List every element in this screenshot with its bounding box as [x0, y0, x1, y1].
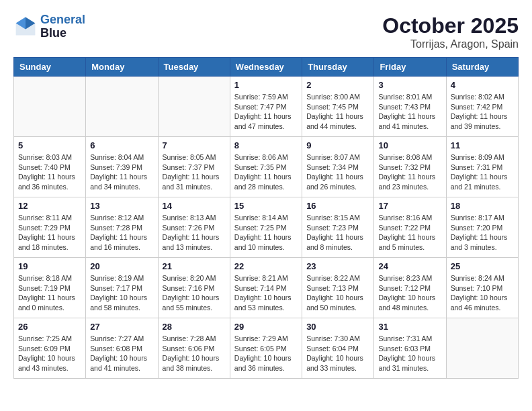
day-number: 5 — [18, 140, 81, 150]
day-info: Sunrise: 8:18 AM Sunset: 7:19 PM Dayligh… — [18, 273, 81, 313]
day-info: Sunrise: 8:19 AM Sunset: 7:17 PM Dayligh… — [90, 273, 153, 313]
calendar-cell: 1Sunrise: 7:59 AM Sunset: 7:47 PM Daylig… — [230, 77, 302, 137]
calendar-cell: 20Sunrise: 8:19 AM Sunset: 7:17 PM Dayli… — [86, 258, 158, 318]
logo: General Blue — [13, 13, 85, 40]
day-number: 18 — [451, 201, 514, 211]
day-info: Sunrise: 8:13 AM Sunset: 7:26 PM Dayligh… — [163, 213, 226, 253]
day-number: 7 — [163, 140, 226, 150]
calendar-cell: 2Sunrise: 8:00 AM Sunset: 7:45 PM Daylig… — [302, 77, 374, 137]
weekday-header-saturday: Saturday — [446, 58, 518, 77]
day-number: 28 — [163, 322, 226, 332]
calendar-cell: 17Sunrise: 8:16 AM Sunset: 7:22 PM Dayli… — [374, 197, 446, 258]
calendar-cell: 19Sunrise: 8:18 AM Sunset: 7:19 PM Dayli… — [14, 258, 86, 318]
calendar-cell: 23Sunrise: 8:22 AM Sunset: 7:13 PM Dayli… — [302, 258, 374, 318]
calendar-cell: 24Sunrise: 8:23 AM Sunset: 7:12 PM Dayli… — [374, 258, 446, 318]
calendar-cell — [86, 77, 158, 137]
day-info: Sunrise: 7:59 AM Sunset: 7:47 PM Dayligh… — [234, 92, 298, 132]
calendar-cell: 12Sunrise: 8:11 AM Sunset: 7:29 PM Dayli… — [14, 197, 86, 258]
calendar-cell: 4Sunrise: 8:02 AM Sunset: 7:42 PM Daylig… — [446, 77, 518, 137]
day-number: 14 — [163, 201, 226, 211]
calendar-cell: 7Sunrise: 8:05 AM Sunset: 7:37 PM Daylig… — [158, 137, 230, 197]
day-number: 10 — [378, 140, 441, 150]
calendar-cell: 25Sunrise: 8:24 AM Sunset: 7:10 PM Dayli… — [446, 258, 518, 318]
calendar-table: SundayMondayTuesdayWednesdayThursdayFrid… — [13, 57, 519, 379]
calendar-cell: 22Sunrise: 8:21 AM Sunset: 7:14 PM Dayli… — [230, 258, 302, 318]
day-number: 2 — [306, 80, 369, 90]
day-number: 31 — [378, 322, 441, 332]
day-info: Sunrise: 7:30 AM Sunset: 6:04 PM Dayligh… — [306, 334, 369, 373]
week-row-1: 1Sunrise: 7:59 AM Sunset: 7:47 PM Daylig… — [14, 77, 519, 137]
day-info: Sunrise: 8:03 AM Sunset: 7:40 PM Dayligh… — [18, 152, 81, 192]
weekday-header-wednesday: Wednesday — [230, 58, 302, 77]
calendar-cell — [446, 318, 518, 379]
day-number: 17 — [378, 201, 441, 211]
page-header: General Blue October 2025 Torrijas, Arag… — [13, 13, 519, 50]
day-info: Sunrise: 8:02 AM Sunset: 7:42 PM Dayligh… — [451, 92, 514, 132]
week-row-5: 26Sunrise: 7:25 AM Sunset: 6:09 PM Dayli… — [14, 318, 519, 379]
day-number: 23 — [306, 261, 369, 271]
calendar-cell: 8Sunrise: 8:06 AM Sunset: 7:35 PM Daylig… — [230, 137, 302, 197]
logo-icon — [13, 15, 38, 39]
calendar-cell: 3Sunrise: 8:01 AM Sunset: 7:43 PM Daylig… — [374, 77, 446, 137]
calendar-cell: 28Sunrise: 7:28 AM Sunset: 6:06 PM Dayli… — [158, 318, 230, 379]
weekday-header-row: SundayMondayTuesdayWednesdayThursdayFrid… — [14, 58, 519, 77]
day-number: 25 — [451, 261, 514, 271]
day-number: 16 — [306, 201, 369, 211]
calendar-cell: 29Sunrise: 7:29 AM Sunset: 6:05 PM Dayli… — [230, 318, 302, 379]
day-info: Sunrise: 8:24 AM Sunset: 7:10 PM Dayligh… — [451, 273, 514, 313]
day-number: 29 — [234, 322, 298, 332]
day-number: 27 — [90, 322, 153, 332]
day-number: 21 — [163, 261, 226, 271]
day-number: 4 — [451, 80, 514, 90]
calendar-cell: 30Sunrise: 7:30 AM Sunset: 6:04 PM Dayli… — [302, 318, 374, 379]
day-info: Sunrise: 8:12 AM Sunset: 7:28 PM Dayligh… — [90, 213, 153, 253]
weekday-header-friday: Friday — [374, 58, 446, 77]
calendar-cell: 18Sunrise: 8:17 AM Sunset: 7:20 PM Dayli… — [446, 197, 518, 258]
day-info: Sunrise: 8:07 AM Sunset: 7:34 PM Dayligh… — [306, 152, 369, 192]
calendar-cell: 5Sunrise: 8:03 AM Sunset: 7:40 PM Daylig… — [14, 137, 86, 197]
day-info: Sunrise: 8:04 AM Sunset: 7:39 PM Dayligh… — [90, 152, 153, 192]
week-row-4: 19Sunrise: 8:18 AM Sunset: 7:19 PM Dayli… — [14, 258, 519, 318]
location-title: Torrijas, Aragon, Spain — [382, 38, 519, 50]
day-number: 9 — [306, 140, 369, 150]
day-number: 20 — [90, 261, 153, 271]
day-info: Sunrise: 7:28 AM Sunset: 6:06 PM Dayligh… — [163, 334, 226, 373]
day-number: 13 — [90, 201, 153, 211]
day-number: 1 — [234, 80, 298, 90]
calendar-cell: 10Sunrise: 8:08 AM Sunset: 7:32 PM Dayli… — [374, 137, 446, 197]
day-info: Sunrise: 7:31 AM Sunset: 6:03 PM Dayligh… — [378, 334, 441, 373]
day-info: Sunrise: 8:00 AM Sunset: 7:45 PM Dayligh… — [306, 92, 369, 132]
day-number: 24 — [378, 261, 441, 271]
day-info: Sunrise: 8:20 AM Sunset: 7:16 PM Dayligh… — [163, 273, 226, 313]
logo-text: General Blue — [40, 13, 85, 40]
day-number: 22 — [234, 261, 298, 271]
day-number: 8 — [234, 140, 298, 150]
day-number: 6 — [90, 140, 153, 150]
week-row-3: 12Sunrise: 8:11 AM Sunset: 7:29 PM Dayli… — [14, 197, 519, 258]
calendar-cell: 11Sunrise: 8:09 AM Sunset: 7:31 PM Dayli… — [446, 137, 518, 197]
day-info: Sunrise: 8:06 AM Sunset: 7:35 PM Dayligh… — [234, 152, 298, 192]
day-info: Sunrise: 8:21 AM Sunset: 7:14 PM Dayligh… — [234, 273, 298, 313]
calendar-cell — [14, 77, 86, 137]
month-title: October 2025 — [382, 13, 519, 38]
weekday-header-monday: Monday — [86, 58, 158, 77]
day-info: Sunrise: 8:15 AM Sunset: 7:23 PM Dayligh… — [306, 213, 369, 253]
calendar-cell — [158, 77, 230, 137]
calendar-cell: 27Sunrise: 7:27 AM Sunset: 6:08 PM Dayli… — [86, 318, 158, 379]
week-row-2: 5Sunrise: 8:03 AM Sunset: 7:40 PM Daylig… — [14, 137, 519, 197]
day-info: Sunrise: 8:01 AM Sunset: 7:43 PM Dayligh… — [378, 92, 441, 132]
day-number: 15 — [234, 201, 298, 211]
day-info: Sunrise: 8:23 AM Sunset: 7:12 PM Dayligh… — [378, 273, 441, 313]
weekday-header-sunday: Sunday — [14, 58, 86, 77]
day-info: Sunrise: 8:11 AM Sunset: 7:29 PM Dayligh… — [18, 213, 81, 253]
title-block: October 2025 Torrijas, Aragon, Spain — [382, 13, 519, 50]
day-info: Sunrise: 8:14 AM Sunset: 7:25 PM Dayligh… — [234, 213, 298, 253]
weekday-header-tuesday: Tuesday — [158, 58, 230, 77]
day-info: Sunrise: 8:17 AM Sunset: 7:20 PM Dayligh… — [451, 213, 514, 253]
calendar-cell: 6Sunrise: 8:04 AM Sunset: 7:39 PM Daylig… — [86, 137, 158, 197]
calendar-cell: 9Sunrise: 8:07 AM Sunset: 7:34 PM Daylig… — [302, 137, 374, 197]
day-number: 3 — [378, 80, 441, 90]
calendar-cell: 26Sunrise: 7:25 AM Sunset: 6:09 PM Dayli… — [14, 318, 86, 379]
calendar-cell: 13Sunrise: 8:12 AM Sunset: 7:28 PM Dayli… — [86, 197, 158, 258]
day-info: Sunrise: 7:25 AM Sunset: 6:09 PM Dayligh… — [18, 334, 81, 373]
